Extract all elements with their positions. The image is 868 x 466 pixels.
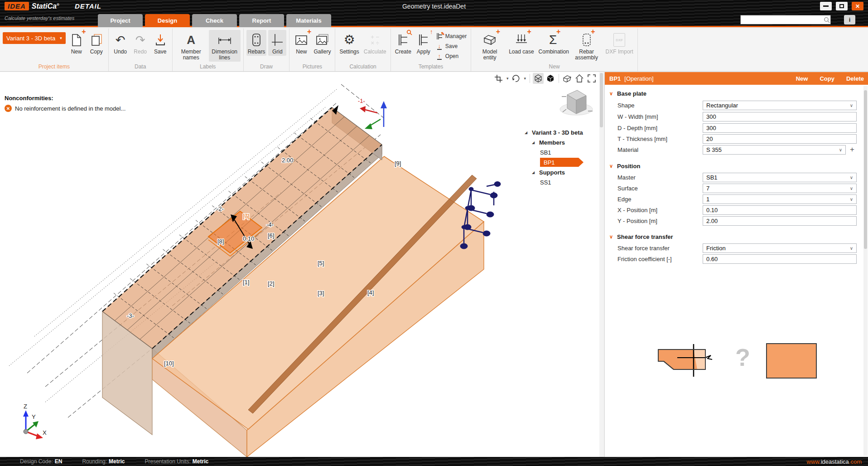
tree-item-supports[interactable]: ◢ Supports: [525, 167, 599, 177]
model-entity-button[interactable]: + Model entity: [474, 30, 506, 62]
new-file-icon: +: [71, 31, 82, 49]
grid-button[interactable]: Grid: [268, 30, 286, 56]
tab-check[interactable]: Check: [192, 14, 237, 27]
home-view-icon[interactable]: [574, 73, 585, 84]
load-case-button[interactable]: + Load case: [507, 30, 535, 56]
operation-new-button[interactable]: New: [796, 75, 808, 82]
x-position-input[interactable]: 0.10: [703, 205, 857, 215]
calculate-button: + −× ÷ Calculate: [362, 30, 388, 56]
viewport-3d[interactable]: ▾ ▾: [0, 72, 603, 457]
axis-line-label: -2-: [217, 205, 224, 212]
expander-icon[interactable]: ◢: [532, 170, 536, 175]
edge-select[interactable]: 1∨: [703, 194, 857, 204]
group-draw: Rebars Grid Draw: [244, 29, 290, 71]
save-button[interactable]: Save: [151, 30, 169, 56]
tree-item-sb1[interactable]: SB1: [525, 147, 599, 157]
gallery-icon: [315, 31, 329, 49]
sigma-icon: Σ+: [549, 31, 557, 49]
template-open-button[interactable]: ↑ Open: [434, 52, 468, 61]
rotate-view-icon[interactable]: [511, 73, 521, 84]
field-label: Y - Position [m]: [617, 218, 703, 224]
field-label: Surface: [617, 185, 703, 192]
friction-coefficient-input[interactable]: 0.60: [703, 254, 857, 264]
settings-button[interactable]: ⚙ Settings: [338, 30, 360, 56]
expander-icon[interactable]: ◢: [525, 131, 529, 135]
rebars-button[interactable]: Rebars: [246, 30, 267, 56]
template-manager-button[interactable]: ✎ Manager: [434, 32, 468, 41]
search-icon: [823, 16, 830, 24]
group-label: Pictures: [292, 63, 332, 71]
operation-delete-button[interactable]: Delete: [846, 75, 864, 82]
shear-transfer-select[interactable]: Friction∨: [703, 243, 857, 253]
operation-copy-button[interactable]: Copy: [820, 75, 834, 82]
dimension-label: 2.00: [282, 157, 293, 164]
panel-scrollbar[interactable]: [863, 86, 868, 456]
variant-selector[interactable]: Variant 3 - 3D beta▾: [3, 32, 66, 44]
new-picture-button[interactable]: + New: [292, 30, 310, 56]
copy-icon: [90, 31, 103, 49]
dxf-file-icon: DXF: [613, 31, 625, 49]
tab-design[interactable]: Design: [145, 14, 190, 27]
combination-button[interactable]: Σ+ Combination: [537, 30, 569, 56]
thickness-input[interactable]: 20: [703, 134, 857, 144]
minimize-button[interactable]: [820, 2, 832, 10]
viewport-toolbar: ▾ ▾: [493, 73, 597, 84]
chevron-down-icon[interactable]: ▾: [523, 76, 527, 81]
clip-box-icon[interactable]: [562, 73, 573, 84]
tab-materials[interactable]: Materials: [286, 14, 331, 27]
y-position-input[interactable]: 2.00: [703, 216, 857, 226]
member-names-button[interactable]: A Member names: [175, 30, 207, 62]
copy-project-button[interactable]: Copy: [87, 30, 106, 56]
close-button[interactable]: ✕: [852, 2, 863, 10]
chevron-down-icon: ∨: [839, 147, 842, 152]
group-label: Templates: [394, 63, 468, 71]
tree-item-bp1[interactable]: BP1: [525, 157, 599, 167]
new-project-button[interactable]: + New: [68, 30, 86, 56]
question-mark: ?: [735, 343, 750, 371]
tree-item-root[interactable]: ◢ Variant 3 - 3D beta: [525, 127, 599, 137]
shape-select[interactable]: Rectangular∨: [703, 101, 857, 110]
selected-tree-item[interactable]: BP1: [540, 158, 583, 167]
navigation-cube[interactable]: [558, 86, 594, 118]
rebar-assembly-button[interactable]: + Rebar assembly: [571, 30, 603, 62]
section-position[interactable]: ∨ Position: [609, 163, 640, 170]
dimension-lines-button[interactable]: Dimension lines: [209, 30, 241, 62]
tab-project[interactable]: Project: [98, 14, 143, 27]
maximize-button[interactable]: [836, 2, 848, 10]
tree-item-members[interactable]: ◢ Members: [525, 137, 599, 147]
surface-label: [1]: [243, 279, 249, 286]
template-apply-button[interactable]: ↑ Apply: [415, 30, 433, 56]
undo-button[interactable]: ↶ Undo: [111, 30, 130, 56]
axis-line-label: -4-: [266, 221, 274, 228]
properties-panel: BP1 [Operation] New Copy Delete ∨ Base p…: [604, 72, 868, 457]
wireframe-cube-icon[interactable]: [533, 73, 544, 84]
section-base-plate[interactable]: ∨ Base plate: [609, 90, 646, 97]
clipping-tool-icon[interactable]: [493, 73, 504, 84]
tab-report[interactable]: Report: [239, 14, 284, 27]
fullscreen-icon[interactable]: [586, 73, 597, 84]
search-input[interactable]: [741, 16, 823, 24]
model-tree: ◢ Variant 3 - 3D beta ◢ Members SB1 BP1 …: [525, 127, 599, 187]
viewport-scrollbar[interactable]: [599, 72, 603, 457]
width-input[interactable]: 300: [703, 112, 857, 121]
add-material-button[interactable]: +: [848, 145, 857, 154]
master-select[interactable]: SB1∨: [703, 173, 857, 182]
website-link[interactable]: www.ideastatica.com: [807, 458, 862, 465]
section-shear-force-transfer[interactable]: ∨ Shear force transfer: [609, 233, 673, 240]
depth-input[interactable]: 300: [703, 123, 857, 133]
solid-cube-icon[interactable]: [545, 73, 556, 84]
template-save-button[interactable]: ↓ Save: [434, 42, 468, 51]
material-select[interactable]: S 355∨: [703, 145, 846, 155]
expander-icon[interactable]: ◢: [532, 141, 536, 145]
dxf-import-button: DXF DXF Import: [604, 30, 635, 56]
info-button[interactable]: i: [844, 15, 855, 24]
template-create-button[interactable]: Create: [394, 30, 413, 56]
axis-line-label: -1-: [358, 97, 365, 104]
viewport-canvas[interactable]: Z Y X 2.00 0.10 -1- -2- -3- -4- [1] [2] …: [0, 72, 603, 457]
axis-x-label: X: [43, 429, 47, 436]
tree-item-ss1[interactable]: SS1: [525, 177, 599, 187]
axis-triad: Z Y X: [23, 403, 47, 439]
chevron-down-icon[interactable]: ▾: [506, 76, 510, 81]
surface-select[interactable]: 7∨: [703, 184, 857, 193]
gallery-button[interactable]: Gallery: [312, 30, 332, 56]
